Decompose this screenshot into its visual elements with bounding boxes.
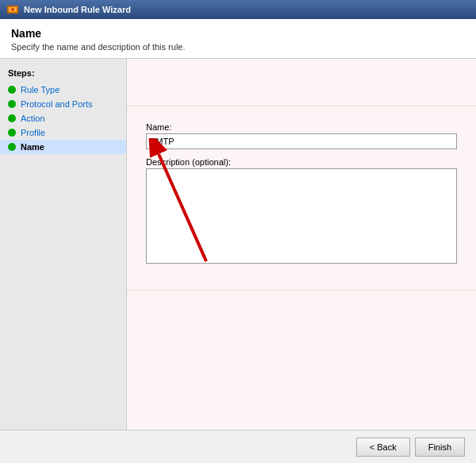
title-bar: New Inbound Rule Wizard (0, 0, 476, 19)
top-section (127, 59, 476, 106)
steps-label: Steps: (0, 67, 126, 83)
dialog-body: Steps: Rule Type Protocol and Ports Acti… (0, 59, 476, 430)
step-label-action: Action (21, 114, 45, 123)
page-subtitle: Specify the name and description of this… (11, 42, 465, 52)
title-bar-text: New Inbound Rule Wizard (24, 5, 131, 14)
step-dot-protocol-ports (8, 100, 16, 108)
main-content: Name: Description (optional): (127, 59, 476, 430)
sidebar-item-rule-type[interactable]: Rule Type (0, 83, 126, 97)
step-dot-rule-type (8, 86, 16, 94)
annotation-arrow (143, 138, 262, 265)
content-area: Name: Description (optional): (127, 106, 476, 290)
step-label-profile: Profile (21, 128, 45, 137)
dialog: Name Specify the name and description of… (0, 19, 476, 463)
step-dot-action (8, 114, 16, 122)
sidebar-item-protocol-ports[interactable]: Protocol and Ports (0, 97, 126, 111)
steps-panel: Steps: Rule Type Protocol and Ports Acti… (0, 59, 127, 430)
step-dot-profile (8, 129, 16, 137)
sidebar-item-name[interactable]: Name (0, 140, 126, 154)
step-dot-name (8, 143, 16, 151)
finish-button[interactable]: Finish (415, 438, 465, 457)
sidebar-item-profile[interactable]: Profile (0, 125, 126, 140)
step-label-rule-type: Rule Type (21, 85, 60, 95)
step-label-protocol-ports: Protocol and Ports (21, 99, 93, 109)
dialog-header: Name Specify the name and description of… (0, 19, 476, 59)
app-icon (6, 3, 19, 16)
back-button[interactable]: < Back (356, 438, 410, 457)
dialog-footer: < Back Finish (0, 430, 476, 463)
svg-line-4 (159, 154, 206, 261)
sidebar-item-action[interactable]: Action (0, 111, 126, 125)
page-title: Name (11, 27, 465, 40)
step-label-name: Name (21, 142, 44, 152)
name-label: Name: (146, 122, 457, 132)
svg-point-2 (11, 8, 14, 11)
bottom-section (127, 290, 476, 430)
